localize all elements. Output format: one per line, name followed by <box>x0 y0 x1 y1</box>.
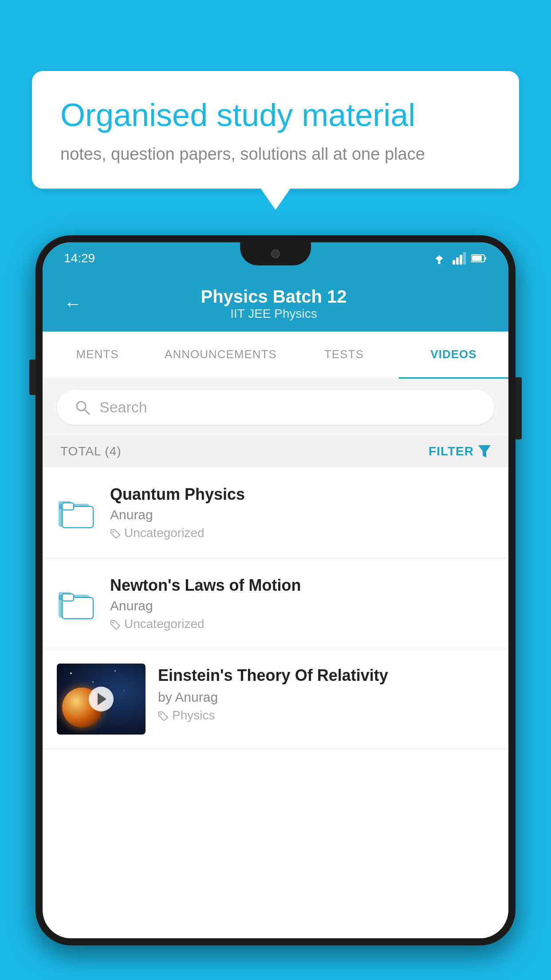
video-item-2[interactable]: Newton's Laws of Motion Anurag Uncategor… <box>43 558 508 649</box>
header-title: Physics Batch 12 <box>96 287 452 307</box>
svg-point-0 <box>438 261 441 264</box>
video-author-1: Anurag <box>110 507 494 522</box>
filter-bar: TOTAL (4) FILTER <box>43 435 508 467</box>
svg-rect-6 <box>484 257 486 260</box>
camera-dot <box>271 249 280 258</box>
tab-tests[interactable]: TESTS <box>289 332 399 379</box>
signal-icon <box>453 252 466 265</box>
video-author-3: by Anurag <box>158 690 494 705</box>
app-header: ← Physics Batch 12 IIT JEE Physics <box>43 274 508 332</box>
video-info-2: Newton's Laws of Motion Anurag Uncategor… <box>110 576 494 631</box>
video-list: Quantum Physics Anurag Uncategorized <box>43 467 508 749</box>
status-time: 14:29 <box>64 251 95 265</box>
svg-line-9 <box>85 410 89 414</box>
search-placeholder: Search <box>99 399 147 416</box>
svg-rect-19 <box>62 594 74 601</box>
wifi-icon <box>431 252 447 265</box>
tag-icon-2 <box>110 619 121 629</box>
phone-wrapper: 14:29 <box>35 235 516 980</box>
speech-bubble-heading: Organised study material <box>60 96 491 134</box>
video-item-1[interactable]: Quantum Physics Anurag Uncategorized <box>43 467 508 558</box>
video-thumbnail-3 <box>57 664 146 735</box>
video-info-1: Quantum Physics Anurag Uncategorized <box>110 485 494 540</box>
video-tag-2: Uncategorized <box>110 617 494 631</box>
speech-bubble: Organised study material notes, question… <box>32 71 519 189</box>
tabs-bar: MENTS ANNOUNCEMENTS TESTS VIDEOS <box>43 332 508 379</box>
filter-button[interactable]: FILTER <box>429 444 491 458</box>
folder-svg-1 <box>59 497 94 529</box>
video-info-3: Einstein's Theory Of Relativity by Anura… <box>158 664 494 723</box>
tag-icon-1 <box>110 528 121 538</box>
speech-bubble-subtext: notes, question papers, solutions all at… <box>60 145 491 164</box>
search-icon <box>75 399 91 415</box>
header-subtitle: IIT JEE Physics <box>96 307 452 321</box>
svg-point-21 <box>160 713 162 715</box>
battery-icon <box>471 254 487 263</box>
phone-screen: 14:29 <box>43 242 508 938</box>
tab-ments[interactable]: MENTS <box>43 332 152 379</box>
header-title-area: Physics Batch 12 IIT JEE Physics <box>96 287 452 321</box>
video-tag-3: Physics <box>158 708 494 723</box>
svg-rect-7 <box>472 256 482 261</box>
status-icons <box>431 252 487 265</box>
video-author-2: Anurag <box>110 598 494 613</box>
tag-icon-3 <box>158 710 169 721</box>
back-button[interactable]: ← <box>64 294 82 314</box>
folder-icon-2 <box>57 584 96 623</box>
play-button-3[interactable] <box>89 687 114 711</box>
video-tag-1: Uncategorized <box>110 526 494 540</box>
svg-rect-14 <box>62 503 74 510</box>
video-title-1: Quantum Physics <box>110 485 494 504</box>
notch <box>240 242 311 265</box>
svg-point-15 <box>112 531 114 533</box>
tab-videos[interactable]: VIDEOS <box>399 332 508 379</box>
search-container: Search <box>43 379 508 435</box>
filter-icon <box>478 445 491 458</box>
search-bar[interactable]: Search <box>57 390 494 425</box>
tab-announcements[interactable]: ANNOUNCEMENTS <box>152 332 289 379</box>
video-item-3[interactable]: Einstein's Theory Of Relativity by Anura… <box>43 649 508 749</box>
svg-marker-10 <box>478 445 491 458</box>
phone-outer: 14:29 <box>35 235 516 945</box>
folder-icon-1 <box>57 493 96 532</box>
svg-point-20 <box>112 622 114 624</box>
svg-rect-1 <box>453 260 455 265</box>
speech-bubble-container: Organised study material notes, question… <box>32 71 519 189</box>
video-title-2: Newton's Laws of Motion <box>110 576 494 595</box>
video-title-3: Einstein's Theory Of Relativity <box>158 665 494 686</box>
total-count: TOTAL (4) <box>60 444 122 458</box>
play-triangle-3 <box>98 693 106 705</box>
folder-svg-2 <box>59 588 94 620</box>
svg-rect-3 <box>460 255 462 265</box>
svg-rect-4 <box>463 252 466 265</box>
status-bar: 14:29 <box>43 242 508 274</box>
svg-rect-2 <box>456 257 459 265</box>
